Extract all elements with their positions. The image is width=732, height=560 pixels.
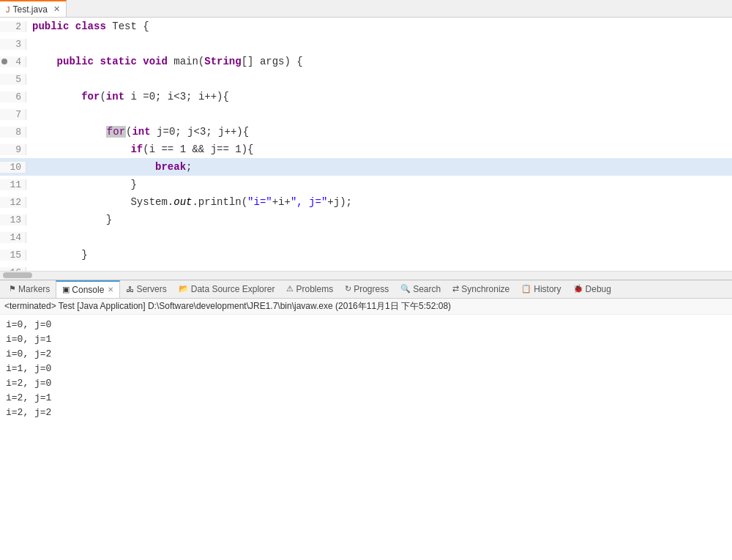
line-number: 13 (0, 214, 26, 225)
search-icon: 🔍 (400, 284, 411, 294)
code-line: 10 break; (0, 158, 732, 176)
code-container: 2public class Test {34 public static voi… (0, 18, 732, 280)
panel-tab-label-sync: Synchronize (461, 284, 509, 294)
code-line: 12 System.out.println("i="+i+", j="+j); (0, 193, 732, 211)
console-output-line: i=0, j=0 (6, 318, 726, 332)
panel-tab-problems[interactable]: ⚠Problems (280, 280, 339, 298)
panel-tab-label-progress: Progress (354, 284, 389, 294)
panel-tab-history[interactable]: 📋History (515, 280, 567, 298)
line-number: 7 (0, 109, 26, 120)
history-icon: 📋 (521, 284, 531, 294)
panel-tab-debug[interactable]: 🐞Debug (567, 280, 617, 298)
line-number: 8 (0, 127, 26, 138)
panel-tab-label-console: Console (72, 285, 104, 295)
panel-tab-console[interactable]: ▣Console✕ (56, 280, 120, 298)
progress-icon: ↻ (345, 284, 351, 294)
editor-tab-bar: J Test.java ✕ (0, 0, 732, 18)
panel-tab-label-markers: Markers (18, 284, 50, 294)
editor-tab-label: Test.java (13, 4, 48, 15)
panel-tab-label-search: Search (413, 284, 441, 294)
code-line: 14 (0, 228, 732, 246)
editor-area: 2public class Test {34 public static voi… (0, 18, 732, 280)
line-content: break; (26, 161, 192, 173)
line-number: 4 (0, 56, 26, 67)
panel-tab-close-console[interactable]: ✕ (108, 285, 113, 294)
panel-tab-label-history: History (534, 284, 561, 294)
line-number: 3 (0, 39, 26, 50)
line-number: 15 (0, 250, 26, 261)
panel-tab-bar: ⚑Markers▣Console✕🖧Servers📂Data Source Ex… (0, 280, 732, 299)
console-area: <terminated> Test [Java Application] D:\… (0, 299, 732, 561)
sync-icon: ⇄ (452, 284, 459, 294)
code-line: 2public class Test { (0, 18, 732, 35)
datasrc-icon: 📂 (179, 284, 189, 294)
editor-tab-close[interactable]: ✕ (53, 4, 60, 14)
editor-tab-test-java[interactable]: J Test.java ✕ (0, 0, 67, 17)
debug-icon: 🐞 (573, 284, 583, 294)
line-content: } (26, 179, 137, 190)
line-content: public class Test { (26, 20, 149, 32)
panel-tab-sync[interactable]: ⇄Synchronize (447, 280, 515, 298)
line-content: } (26, 214, 112, 225)
console-output: i=0, j=0i=0, j=1i=0, j=2i=1, j=0i=2, j=0… (0, 315, 732, 561)
console-icon: ▣ (62, 285, 70, 294)
line-number: 11 (0, 179, 26, 190)
line-number: 5 (0, 74, 26, 85)
code-line: 8 for(int j=0; j<3; j++){ (0, 123, 732, 141)
console-output-line: i=2, j=2 (6, 406, 726, 420)
line-number: 10 (0, 162, 26, 173)
line-content: System.out.println("i="+i+", j="+j); (26, 196, 352, 208)
line-content: for(int j=0; j<3; j++){ (26, 126, 249, 138)
panel-tab-label-debug: Debug (586, 284, 611, 294)
console-output-line: i=1, j=0 (6, 362, 726, 376)
scrollbar-thumb[interactable] (3, 272, 32, 278)
line-number: 6 (0, 92, 26, 102)
code-line: 5 (0, 70, 732, 88)
code-line: 11 } (0, 176, 732, 193)
panel-tab-servers[interactable]: 🖧Servers (120, 280, 172, 298)
breakpoint-indicator (1, 59, 7, 64)
panel-tab-search[interactable]: 🔍Search (395, 280, 447, 298)
line-number: 14 (0, 232, 26, 243)
console-output-line: i=2, j=1 (6, 391, 726, 406)
markers-icon: ⚑ (9, 284, 16, 294)
panel-tab-markers[interactable]: ⚑Markers (3, 280, 56, 298)
panel-tab-label-problems: Problems (296, 284, 333, 294)
line-content: } (26, 249, 88, 261)
code-line: 6 for(int i =0; i<3; i++){ (0, 88, 732, 105)
console-output-line: i=0, j=2 (6, 347, 726, 362)
line-content: public static void main(String[] args) { (26, 56, 303, 67)
panel-tab-progress[interactable]: ↻Progress (339, 280, 395, 298)
servers-icon: 🖧 (126, 285, 134, 294)
code-line: 15 } (0, 246, 732, 264)
code-line: 4 public static void main(String[] args)… (0, 53, 732, 70)
line-number: 2 (0, 21, 26, 32)
problems-icon: ⚠ (286, 284, 294, 294)
panel-tab-label-servers: Servers (136, 284, 166, 294)
horizontal-scrollbar[interactable] (0, 271, 732, 280)
line-number: 9 (0, 144, 26, 155)
java-file-icon: J (6, 5, 10, 14)
line-number: 16 (0, 267, 26, 271)
code-lines: 2public class Test {34 public static voi… (0, 18, 732, 271)
line-content: for(int i =0; i<3; i++){ (26, 91, 229, 102)
panel-tab-datasrc[interactable]: 📂Data Source Explorer (173, 280, 281, 298)
code-line: 3 (0, 35, 732, 53)
console-output-line: i=0, j=1 (6, 332, 726, 347)
code-line: 16 (0, 264, 732, 271)
code-line: 7 (0, 105, 732, 123)
code-line: 13 } (0, 211, 732, 228)
console-status: <terminated> Test [Java Application] D:\… (0, 299, 732, 315)
panel-tab-label-datasrc: Data Source Explorer (191, 284, 275, 294)
console-output-line: i=2, j=0 (6, 376, 726, 391)
line-content: if(i == 1 && j== 1){ (26, 143, 253, 155)
line-number: 12 (0, 197, 26, 208)
code-line: 9 if(i == 1 && j== 1){ (0, 141, 732, 158)
